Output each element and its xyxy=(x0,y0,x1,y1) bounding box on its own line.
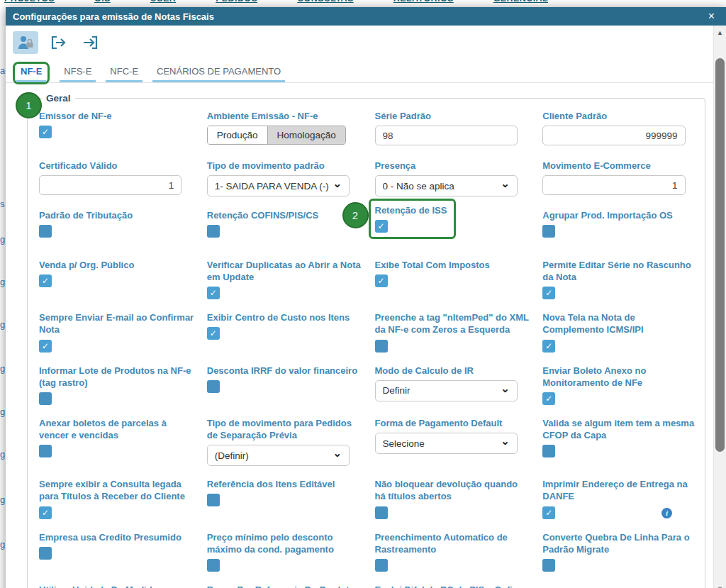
ambiente-emissao-nfe-toggle: ProduçãoHomologação xyxy=(207,126,346,145)
enviar-boleto-anexo-monitoramento-checkbox[interactable]: ✓ xyxy=(542,392,555,405)
imprimir-endereco-entrega-danfe-checkbox[interactable]: ✓ xyxy=(542,506,555,519)
tipo-movimento-padrao-select[interactable]: 1- SAIDA PARA VENDA (-)⌄ xyxy=(207,175,350,196)
retencao-cofins-pis-cs-control-row xyxy=(207,225,362,238)
background-menu-item: USER xyxy=(150,0,176,6)
preenche-tag-nitemped-checkbox[interactable] xyxy=(375,340,388,353)
serie-padrao-input[interactable] xyxy=(375,126,518,145)
certificado-valido-input[interactable] xyxy=(39,175,182,195)
ambiente-emissao-nfe-option-homologa-o[interactable]: Homologação xyxy=(267,126,345,144)
tab-nfc-e[interactable]: NFC-E xyxy=(106,64,143,82)
info-icon[interactable]: i xyxy=(661,508,672,518)
selected-value: Selecione xyxy=(383,438,501,449)
forma-pagamento-default-select[interactable]: Selecione⌄ xyxy=(375,433,518,454)
movimento-ecommerce-input[interactable] xyxy=(542,175,685,195)
background-menu-item: PEDIDOS xyxy=(216,0,257,6)
ambiente-emissao-nfe-option-produ-o[interactable]: Produção xyxy=(208,126,267,144)
informar-lote-produtos-rastro-checkbox[interactable] xyxy=(39,392,52,405)
field-sempre-exibir-consulta-legada: Sempre exibir a Consulta legada para Tít… xyxy=(39,472,194,518)
anexar-boletos-parcelas-checkbox[interactable] xyxy=(39,445,52,457)
venda-org-publico-control-row: ✓ xyxy=(39,274,194,287)
padrao-de-tributacao-label: Padrão de Tributação xyxy=(39,209,194,221)
converte-quebra-linha-migrate-label: Converte Quebra De Linha Para o Padrão M… xyxy=(542,531,698,555)
chevron-down-icon: ⌄ xyxy=(333,447,342,460)
agrupar-prod-importacao-os-label: Agrupar Prod. Importação OS xyxy=(542,209,698,221)
presenca-select[interactable]: 0 - Não se aplica⌄ xyxy=(375,175,518,196)
nova-tela-complemento-icms-ipi-checkbox[interactable]: ✓ xyxy=(542,340,555,353)
preco-minimo-desconto-maximo-checkbox[interactable] xyxy=(207,559,220,572)
scrollbar-thumb[interactable] xyxy=(715,58,725,452)
sempre-enviar-email-confirmar-checkbox[interactable]: ✓ xyxy=(39,340,52,353)
tab-nfs-e[interactable]: NFS-E xyxy=(60,64,96,82)
field-nova-tela-complemento-icms-ipi: Nova Tela na Nota de Complemento ICMS/IP… xyxy=(542,305,698,352)
field-preco-minimo-desconto-maximo: Preço mínimo pelo desconto máximo da con… xyxy=(207,525,362,572)
preenchimento-automatico-rastreamento-label: Preenchimento Automatico de Rastreamento xyxy=(375,531,530,555)
field-nao-bloquear-devolucao: Não bloquear devolução quando há títulos… xyxy=(375,472,530,518)
field-retencao-cofins-pis-cs: Retenção COFINS/PIS/CS xyxy=(207,203,362,247)
tab-nf-e[interactable]: NF-E xyxy=(16,64,46,82)
export-icon[interactable] xyxy=(45,31,71,54)
chevron-down-icon: ⌄ xyxy=(501,382,510,395)
enviar-boleto-anexo-monitoramento-label: Enviar Boleto Anexo no Monitoramento de … xyxy=(542,365,698,389)
background-menu-item: RELATÓRIOS xyxy=(393,0,454,6)
field-busca-por-referencia-produto: Busca Por Referencia Do Produto xyxy=(207,577,362,588)
desconta-irrf-valor-financeiro-checkbox[interactable] xyxy=(207,380,220,393)
exibe-total-com-impostos-checkbox[interactable]: ✓ xyxy=(375,274,388,287)
field-serie-padrao: Série Padrão xyxy=(375,104,530,148)
export-glyph xyxy=(50,35,66,50)
valida-item-mesma-cfop-checkbox[interactable] xyxy=(542,445,555,457)
sempre-enviar-email-confirmar-control-row: ✓ xyxy=(39,340,194,353)
import-icon[interactable] xyxy=(78,31,104,54)
verificar-duplicatas-update-checkbox[interactable]: ✓ xyxy=(207,287,220,299)
exibir-centro-custo-itens-checkbox[interactable]: ✓ xyxy=(207,327,220,340)
exibir-centro-custo-itens-control-row: ✓ xyxy=(207,327,362,340)
modo-calculo-ir-select[interactable]: Definir⌄ xyxy=(375,380,518,401)
field-converte-quebra-linha-migrate: Converte Quebra De Linha Para o Padrão M… xyxy=(542,525,698,572)
nao-bloquear-devolucao-checkbox[interactable] xyxy=(375,506,388,519)
tipo-movimento-separacao-previa-select[interactable]: (Definir)⌄ xyxy=(207,445,350,466)
close-icon[interactable]: × xyxy=(704,11,719,22)
preenche-tag-nitemped-label: Preenche a tag "nItemPed" do XML da NF-e… xyxy=(375,311,530,335)
valida-item-mesma-cfop-control-row xyxy=(542,445,698,457)
field-anexar-boletos-parcelas: Anexar boletos de parcelas à vencer e ve… xyxy=(39,411,194,466)
fieldset-legend: Geral xyxy=(42,93,75,104)
cliente-padrao-input[interactable] xyxy=(542,126,685,145)
background-menu-item: O.S xyxy=(94,0,111,6)
preenchimento-automatico-rastreamento-checkbox[interactable] xyxy=(375,559,388,572)
retencao-cofins-pis-cs-checkbox[interactable] xyxy=(207,225,220,238)
tab-label: NFS-E xyxy=(64,66,91,77)
vertical-scrollbar[interactable]: ▲ ▼ xyxy=(713,26,726,588)
background-left-text: g xyxy=(0,319,5,330)
forma-pagamento-default-label: Forma de Pagamento Default xyxy=(375,417,530,429)
chevron-down-icon: ⌄ xyxy=(501,177,510,190)
emissor-de-nfe-checkbox[interactable]: ✓ xyxy=(39,126,52,138)
padrao-de-tributacao-checkbox[interactable] xyxy=(39,225,52,238)
permite-editar-serie-rascunho-checkbox[interactable]: ✓ xyxy=(542,287,555,299)
modal-header: Configurações para emissão de Notas Fisc… xyxy=(6,7,726,26)
nao-bloquear-devolucao-label: Não bloquear devolução quando há títulos… xyxy=(375,478,530,502)
tipo-movimento-padrao-label: Tipo de movimento padrão xyxy=(207,160,362,172)
retencao-de-iss-checkbox[interactable]: ✓ xyxy=(375,220,388,233)
tab-cen-rios-de-pagamento[interactable]: CENÁRIOS DE PAGAMENTO xyxy=(152,64,285,82)
sempre-exibir-consulta-legada-checkbox[interactable]: ✓ xyxy=(39,506,52,519)
venda-org-publico-checkbox[interactable]: ✓ xyxy=(39,274,52,287)
scroll-down-icon[interactable]: ▼ xyxy=(714,583,726,588)
converte-quebra-linha-migrate-checkbox[interactable] xyxy=(542,559,555,572)
empresa-usa-credito-presumido-checkbox[interactable] xyxy=(39,547,52,560)
agrupar-prod-importacao-os-checkbox[interactable] xyxy=(542,225,555,238)
preco-minimo-desconto-maximo-control-row xyxy=(207,559,362,572)
field-modo-calculo-ir: Modo de Calculo de IRDefinir⌄ xyxy=(375,358,530,405)
scroll-up-icon[interactable]: ▲ xyxy=(714,27,726,38)
converte-quebra-linha-migrate-control-row xyxy=(542,559,698,572)
field-exibir-centro-custo-itens: Exibir Centro de Custo nos Itens✓ xyxy=(207,305,362,352)
referencia-itens-editavel-checkbox[interactable] xyxy=(207,494,220,506)
user-permissions-icon[interactable] xyxy=(13,31,38,54)
emissor-de-nfe-label: Emissor de NF-e xyxy=(39,110,194,122)
background-menu-item: GERENCIAL xyxy=(493,0,548,6)
field-forma-pagamento-default: Forma de Pagamento DefaultSelecione⌄ xyxy=(375,411,530,466)
geral-fieldset: Geral Emissor de NF-e✓Ambiente Emissão -… xyxy=(27,93,705,588)
presenca-label: Presença xyxy=(375,160,530,172)
background-left-text: g xyxy=(0,494,5,505)
exibe-total-com-impostos-label: Exibe Total Com Impostos xyxy=(375,259,530,271)
selected-value: Definir xyxy=(383,385,501,396)
preco-minimo-desconto-maximo-label: Preço mínimo pelo desconto máximo da con… xyxy=(207,531,362,555)
